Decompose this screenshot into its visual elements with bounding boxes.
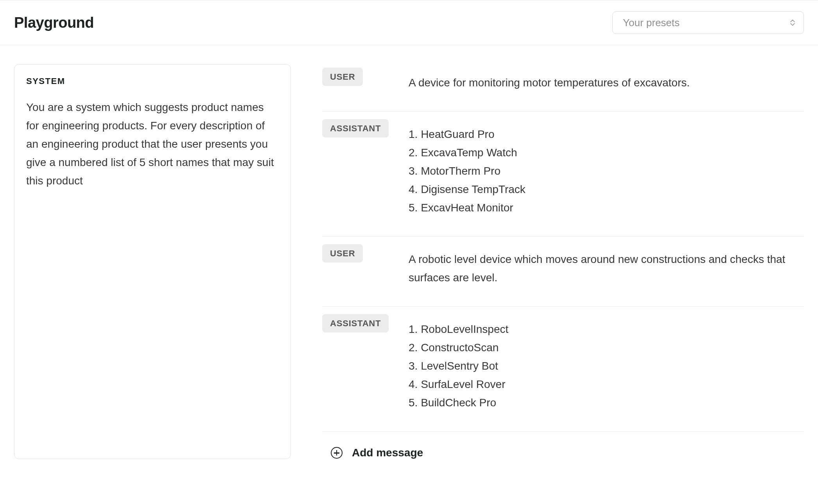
message-content[interactable]: A device for monitoring motor temperatur… — [409, 72, 804, 92]
system-panel[interactable]: SYSTEM You are a system which suggests p… — [14, 64, 291, 459]
message-content[interactable]: 1. HeatGuard Pro 2. ExcavaTemp Watch 3. … — [409, 123, 804, 217]
role-col: ASSISTANT — [322, 123, 391, 134]
role-col: USER — [322, 248, 391, 259]
role-badge-user[interactable]: USER — [322, 244, 363, 263]
add-message-button[interactable]: Add message — [322, 432, 804, 459]
message-row-user[interactable]: USER A robotic level device which moves … — [322, 237, 804, 307]
content-area: SYSTEM You are a system which suggests p… — [0, 45, 818, 459]
role-col: USER — [322, 72, 391, 82]
role-badge-user[interactable]: USER — [322, 68, 363, 86]
system-text[interactable]: You are a system which suggests product … — [26, 98, 279, 190]
preset-select[interactable]: Your presets — [612, 11, 804, 34]
updown-chevron-icon — [790, 20, 795, 26]
message-row-user[interactable]: USER A device for monitoring motor tempe… — [322, 64, 804, 112]
preset-select-placeholder: Your presets — [623, 17, 680, 29]
role-badge-assistant[interactable]: ASSISTANT — [322, 314, 389, 332]
message-row-assistant[interactable]: ASSISTANT 1. RoboLevelInspect 2. Constru… — [322, 307, 804, 432]
page-title: Playground — [14, 14, 94, 31]
conversation: USER A device for monitoring motor tempe… — [322, 64, 804, 459]
role-badge-assistant[interactable]: ASSISTANT — [322, 119, 389, 138]
add-message-label: Add message — [352, 447, 423, 459]
message-content[interactable]: A robotic level device which moves aroun… — [409, 248, 804, 287]
plus-circle-icon — [331, 447, 343, 459]
role-col: ASSISTANT — [322, 318, 391, 329]
system-label: SYSTEM — [26, 76, 279, 86]
message-content[interactable]: 1. RoboLevelInspect 2. ConstructoScan 3.… — [409, 318, 804, 412]
header: Playground Your presets — [0, 0, 818, 45]
message-row-assistant[interactable]: ASSISTANT 1. HeatGuard Pro 2. ExcavaTemp… — [322, 112, 804, 237]
